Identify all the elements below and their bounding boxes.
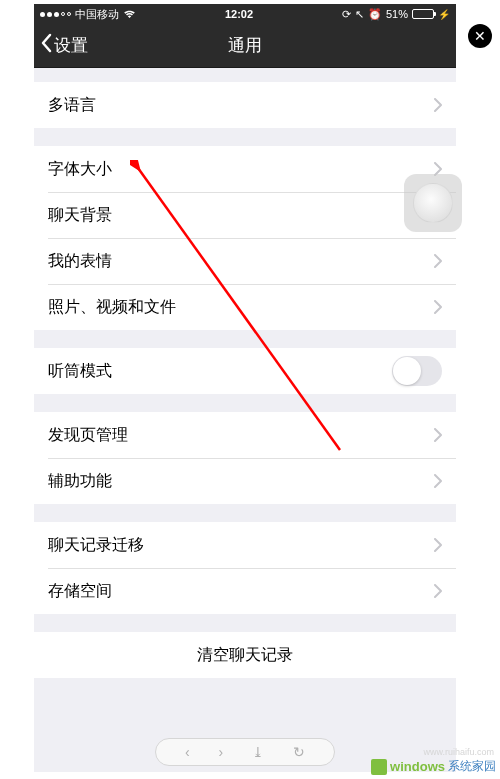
assistive-touch-icon — [413, 183, 453, 223]
phone-screen: 中国移动 12:02 ⟳ ↖ ⏰ 51% ⚡ 设置 通用 多语言 — [34, 4, 456, 772]
battery-icon — [412, 9, 434, 19]
cell-earpiece-mode[interactable]: 听筒模式 — [34, 348, 456, 394]
chevron-right-icon — [434, 474, 442, 488]
back-label: 设置 — [54, 34, 88, 57]
close-icon: ✕ — [474, 28, 486, 44]
cell-discover-management[interactable]: 发现页管理 — [34, 412, 456, 458]
cell-label: 存储空间 — [48, 581, 434, 602]
earpiece-mode-toggle[interactable] — [392, 356, 442, 386]
assistive-touch-button[interactable] — [404, 174, 462, 232]
chevron-right-icon — [434, 98, 442, 112]
location-icon: ↖ — [355, 8, 364, 21]
watermark: windows系统家园 — [371, 758, 496, 775]
cell-label: 我的表情 — [48, 251, 434, 272]
status-bar: 中国移动 12:02 ⟳ ↖ ⏰ 51% ⚡ — [34, 4, 456, 24]
cell-clear-chat-history[interactable]: 清空聊天记录 — [34, 632, 456, 678]
cell-chat-migration[interactable]: 聊天记录迁移 — [34, 522, 456, 568]
cell-label: 照片、视频和文件 — [48, 297, 434, 318]
cell-label: 发现页管理 — [48, 425, 434, 446]
watermark-logo-icon — [371, 759, 387, 775]
battery-percentage: 51% — [386, 8, 408, 20]
cell-label: 多语言 — [48, 95, 434, 116]
loading-icon: ⟳ — [342, 8, 351, 21]
close-button[interactable]: ✕ — [468, 24, 492, 48]
chevron-right-icon — [434, 254, 442, 268]
watermark-rest: 系统家园 — [448, 758, 496, 775]
charging-icon: ⚡ — [438, 9, 450, 20]
cell-my-stickers[interactable]: 我的表情 — [34, 238, 456, 284]
page-title: 通用 — [34, 34, 456, 57]
chevron-right-icon — [434, 538, 442, 552]
navigation-bar: 设置 通用 — [34, 24, 456, 68]
cell-label: 聊天记录迁移 — [48, 535, 434, 556]
watermark-url: www.ruihaifu.com — [423, 747, 494, 757]
chevron-right-icon — [434, 584, 442, 598]
chevron-left-icon — [40, 33, 52, 58]
cell-label: 听筒模式 — [48, 361, 392, 382]
cell-photos-videos-files[interactable]: 照片、视频和文件 — [34, 284, 456, 330]
toolbar-next-icon[interactable]: › — [219, 744, 224, 760]
cell-label: 辅助功能 — [48, 471, 434, 492]
toolbar-prev-icon[interactable]: ‹ — [185, 744, 190, 760]
alarm-icon: ⏰ — [368, 8, 382, 21]
cell-label: 聊天背景 — [48, 205, 434, 226]
wifi-icon — [123, 9, 136, 19]
cell-accessibility[interactable]: 辅助功能 — [34, 458, 456, 504]
bottom-toolbar: ‹ › ⤓ ↻ — [155, 738, 335, 766]
carrier-label: 中国移动 — [75, 7, 119, 22]
cell-label: 清空聊天记录 — [197, 645, 293, 666]
cell-storage[interactable]: 存储空间 — [34, 568, 456, 614]
cell-font-size[interactable]: 字体大小 — [34, 146, 456, 192]
chevron-right-icon — [434, 428, 442, 442]
signal-strength-icon — [40, 12, 71, 17]
cell-chat-background[interactable]: 聊天背景 — [34, 192, 456, 238]
toolbar-download-icon[interactable]: ⤓ — [252, 744, 264, 760]
chevron-right-icon — [434, 300, 442, 314]
watermark-brand: windows — [390, 759, 445, 774]
cell-label: 字体大小 — [48, 159, 434, 180]
back-button[interactable]: 设置 — [40, 33, 88, 58]
settings-list[interactable]: 多语言 字体大小 聊天背景 我的表情 照片、视频和文件 — [34, 68, 456, 772]
toolbar-refresh-icon[interactable]: ↻ — [293, 744, 305, 760]
cell-multilanguage[interactable]: 多语言 — [34, 82, 456, 128]
clock: 12:02 — [225, 8, 253, 20]
